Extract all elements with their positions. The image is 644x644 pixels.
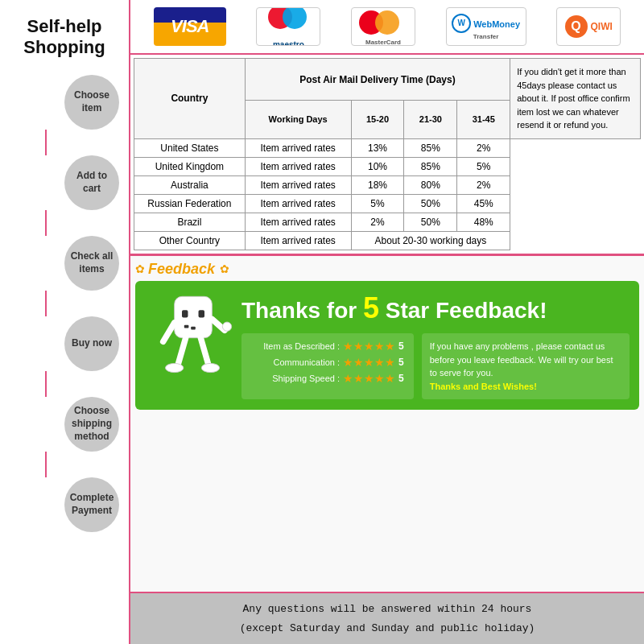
rating-num-described: 5	[398, 341, 404, 352]
svg-rect-2	[199, 310, 204, 317]
footer-text: Any questions will be answered within 24…	[138, 600, 636, 638]
delivery-row-2: AustraliaItem arrived rates18%80%2%	[134, 175, 641, 194]
step-check-items[interactable]: Check all items	[0, 236, 129, 291]
footer-line1: Any questions will be answered within 24…	[138, 600, 636, 618]
col-21-30: 21-30	[404, 101, 457, 139]
cell-31-45-0: 2%	[457, 138, 510, 157]
visa-logo: VISA	[154, 6, 226, 47]
svg-rect-4	[191, 326, 196, 329]
cell-15-20-0: 13%	[351, 138, 404, 157]
cell-working-days-4: Item arrived rates	[245, 213, 351, 231]
step-connector-5	[45, 452, 47, 477]
step-choose-item[interactable]: Choose item	[0, 75, 129, 130]
cell-31-45-3: 45%	[457, 194, 510, 213]
svg-line-8	[178, 337, 185, 364]
footer-section: Any questions will be answered within 24…	[130, 593, 644, 644]
footer-line2: (except Saturday and Sunday and public h…	[138, 619, 636, 638]
cell-21-30-3: 50%	[404, 194, 457, 213]
step-choose-shipping[interactable]: Choose shipping method	[0, 397, 129, 452]
cell-21-30-4: 50%	[404, 213, 457, 231]
maestro-logo: maestro	[256, 6, 320, 47]
step-circle-buy-now[interactable]: Buy now	[64, 316, 119, 371]
delivery-row-4: BrazilItem arrived rates2%50%48%	[134, 213, 641, 231]
cell-15-20-1: 10%	[351, 157, 404, 175]
col-more-than-45-note: If you didn't get it more than 45days pl…	[510, 59, 641, 139]
cell-31-45-1: 5%	[457, 157, 510, 175]
cell-15-20-2: 18%	[351, 175, 404, 194]
step-circle-check-items[interactable]: Check all items	[64, 236, 119, 291]
sidebar: Self-helpShopping Choose item Add to car…	[0, 0, 129, 644]
step-buy-now[interactable]: Buy now	[0, 316, 129, 371]
step-add-to-cart[interactable]: Add to cart	[0, 155, 129, 210]
step-connector-1	[45, 130, 47, 155]
sidebar-title: Self-helpShopping	[0, 8, 129, 75]
step-connector-2	[45, 210, 47, 236]
svg-rect-0	[175, 296, 213, 337]
delivery-section: Country Post Air Mail Delivery Time (Day…	[130, 55, 644, 256]
step-circle-choose-shipping[interactable]: Choose shipping method	[64, 397, 119, 452]
rating-label-shipping: Shipping Speed :	[251, 374, 340, 383]
qiwi-logo: Q QIWI	[556, 6, 621, 47]
svg-point-10	[165, 363, 183, 372]
delivery-row-5: Other CountryItem arrived ratesAbout 20-…	[134, 231, 641, 250]
step-connector-4	[45, 371, 47, 397]
cell-working-days-5: Item arrived rates	[245, 231, 351, 250]
svg-rect-3	[184, 324, 189, 328]
cell-working-days-3: Item arrived rates	[245, 194, 351, 213]
svg-line-9	[200, 337, 208, 364]
rating-label-communication: Communication :	[251, 357, 340, 367]
rating-num-communication: 5	[398, 357, 404, 368]
cell-country-4: Brazil	[134, 213, 246, 231]
thanks-text: Thanks for 5 Star Feedback!	[242, 291, 630, 325]
mastercard-logo: MasterCard	[351, 6, 415, 47]
cell-21-30-2: 80%	[404, 175, 457, 194]
main-content: VISA maestro Mas	[129, 0, 644, 644]
svg-point-7	[222, 322, 231, 331]
cell-15-20-3: 5%	[351, 194, 404, 213]
col-country: Country	[134, 59, 246, 139]
svg-point-11	[201, 363, 219, 372]
delivery-table: Country Post Air Mail Delivery Time (Day…	[134, 58, 641, 250]
step-circle-add-to-cart[interactable]: Add to cart	[64, 155, 119, 210]
col-15-20: 15-20	[351, 101, 404, 139]
sidebar-steps: Choose item Add to cart Check all items …	[0, 75, 129, 548]
rating-row-described: Item as Described : ★★★★★ 5	[251, 340, 404, 353]
rating-label-described: Item as Described :	[251, 341, 340, 351]
cell-31-45-2: 2%	[457, 175, 510, 194]
cell-span-other: About 20-30 working days	[351, 231, 510, 250]
cell-21-30-1: 85%	[404, 157, 457, 175]
step-circle-complete-payment[interactable]: Complete Payment	[64, 477, 119, 532]
delivery-row-1: United KingdomItem arrived rates10%85%5%	[134, 157, 641, 175]
feedback-title-row: ✿ Feedback ✿	[135, 261, 639, 278]
delivery-row-3: Russian FederationItem arrived rates5%50…	[134, 194, 641, 213]
step-complete-payment[interactable]: Complete Payment	[0, 477, 129, 532]
notice-box: If you have any problems , please contac…	[422, 333, 630, 399]
cell-working-days-2: Item arrived rates	[245, 175, 351, 194]
step-circle-choose-item[interactable]: Choose item	[64, 75, 119, 130]
rating-stars-communication: ★★★★★	[343, 356, 395, 369]
notice-text: If you have any problems , please contac…	[430, 341, 613, 378]
cell-working-days-1: Item arrived rates	[245, 157, 351, 175]
rating-stars-shipping: ★★★★★	[343, 372, 395, 385]
svg-rect-1	[182, 310, 188, 317]
feedback-star-right-icon: ✿	[220, 262, 229, 275]
cell-15-20-4: 2%	[351, 213, 404, 231]
step-connector-3	[45, 291, 47, 316]
col-31-45: 31-45	[457, 101, 510, 139]
webmoney-logo: W WebMoney Transfer	[446, 6, 526, 47]
feedback-section: ✿ Feedback ✿	[130, 256, 644, 594]
rating-row-shipping: Shipping Speed : ★★★★★ 5	[251, 372, 404, 385]
cell-31-45-4: 48%	[457, 213, 510, 231]
delivery-time-header: Post Air Mail Delivery Time (Days)	[245, 59, 510, 101]
cell-country-3: Russian Federation	[134, 194, 246, 213]
cell-country-0: United States	[134, 138, 246, 157]
mascot-svg	[153, 289, 233, 402]
svg-line-5	[163, 323, 175, 341]
thanks-wishes-text: Thanks and Best Wishes!	[430, 382, 537, 391]
ratings-and-notice: Item as Described : ★★★★★ 5 Communicatio…	[242, 333, 630, 399]
cell-country-2: Australia	[134, 175, 246, 194]
col-working-days: Working Days	[245, 101, 351, 139]
cell-working-days-0: Item arrived rates	[245, 138, 351, 157]
ratings-box: Item as Described : ★★★★★ 5 Communicatio…	[242, 333, 414, 399]
feedback-banner: Thanks for 5 Star Feedback! Item as Desc…	[135, 281, 639, 410]
